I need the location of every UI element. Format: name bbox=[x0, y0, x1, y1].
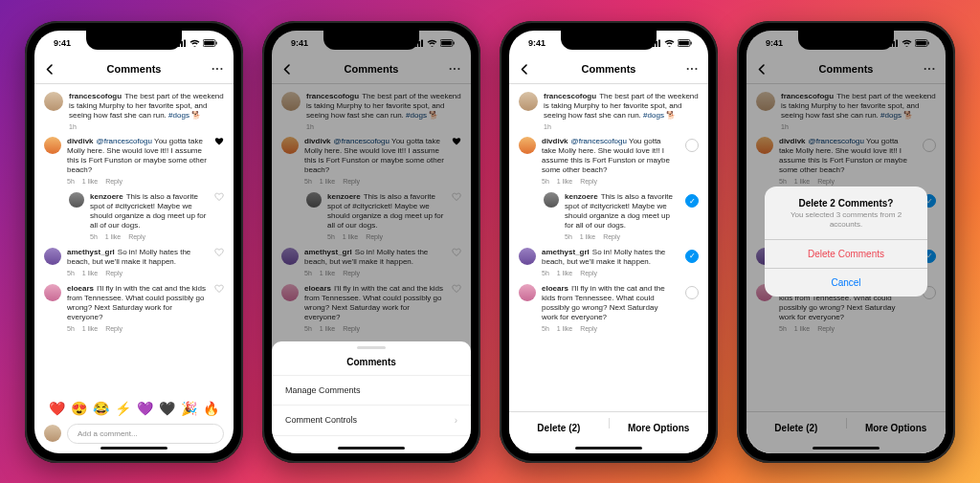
nav-title: Comments bbox=[582, 63, 636, 75]
select-checkbox[interactable]: ✓ bbox=[685, 194, 699, 208]
comment-username[interactable]: divdivk bbox=[67, 137, 94, 145]
select-checkbox[interactable] bbox=[685, 139, 699, 152]
like-icon[interactable] bbox=[214, 284, 224, 294]
avatar[interactable] bbox=[44, 137, 61, 154]
comment-mention[interactable]: @francescofogu bbox=[97, 137, 152, 145]
notch bbox=[798, 31, 894, 50]
chevron-left-icon bbox=[44, 63, 56, 75]
sheet-item-controls[interactable]: Comment Controls › bbox=[272, 406, 471, 436]
sheet-title: Comments bbox=[272, 349, 471, 376]
post-emoji: 🐕 bbox=[191, 111, 201, 120]
delete-button[interactable]: Delete (2) bbox=[509, 412, 609, 444]
status-time: 9:41 bbox=[54, 38, 71, 48]
emoji-option[interactable]: 💜 bbox=[137, 401, 153, 416]
sheet-item-manage[interactable]: Manage Comments bbox=[272, 376, 471, 406]
battery-icon bbox=[678, 39, 693, 47]
home-indicator[interactable] bbox=[100, 447, 167, 450]
nav-bar: Comments ··· bbox=[509, 55, 708, 84]
emoji-option[interactable]: ⚡ bbox=[115, 401, 131, 416]
select-checkbox[interactable]: ✓ bbox=[685, 250, 699, 263]
comment-username[interactable]: kenzoere bbox=[90, 192, 123, 201]
comments-feed[interactable]: francescofoguThe best part of the weeken… bbox=[34, 84, 234, 395]
delete-alert: Delete 2 Comments? You selected 3 commen… bbox=[765, 187, 927, 297]
phone-comments-view: 9:41 Comments ··· francescofoguThe best … bbox=[25, 21, 243, 463]
like-icon[interactable] bbox=[214, 137, 224, 146]
original-post: francescofoguThe best part of the weeken… bbox=[34, 88, 234, 134]
back-button[interactable] bbox=[44, 63, 56, 75]
comment-row[interactable]: amethyst_grlSo in! Molly hates the beach… bbox=[34, 244, 234, 280]
chevron-left-icon bbox=[519, 63, 530, 75]
home-indicator[interactable] bbox=[575, 447, 642, 450]
select-checkbox[interactable] bbox=[685, 286, 699, 299]
avatar[interactable] bbox=[44, 284, 61, 301]
nav-bar: Comments ··· bbox=[34, 55, 234, 84]
avatar[interactable] bbox=[44, 248, 61, 265]
comment-username[interactable]: amethyst_grl bbox=[67, 248, 115, 256]
emoji-option[interactable]: 🎉 bbox=[181, 401, 197, 416]
comment-row[interactable]: divdivk@francescofogu You gotta take Mol… bbox=[509, 133, 708, 188]
emoji-option[interactable]: 🔥 bbox=[203, 401, 219, 416]
comment-row[interactable]: amethyst_grlSo in! Molly hates the beach… bbox=[509, 244, 708, 280]
post-username[interactable]: francescofogu bbox=[69, 92, 122, 100]
comment-input[interactable]: Add a comment... bbox=[67, 424, 224, 444]
emoji-option[interactable]: 🖤 bbox=[159, 401, 175, 416]
wifi-icon bbox=[664, 39, 675, 47]
battery-icon bbox=[203, 39, 218, 47]
phone-delete-confirm: 9:41 Comments ··· francescofoguThe best … bbox=[737, 21, 955, 463]
comment-row[interactable]: kenzoereThis is also a favorite spot of … bbox=[34, 188, 234, 244]
home-indicator[interactable] bbox=[338, 447, 405, 450]
home-indicator[interactable] bbox=[813, 447, 880, 450]
alert-title: Delete 2 Comments? bbox=[765, 187, 927, 210]
post-time: 1h bbox=[69, 123, 77, 132]
comment-row[interactable]: eloearsI'll fly in with the cat and the … bbox=[509, 280, 708, 336]
more-button[interactable]: ··· bbox=[686, 62, 699, 76]
like-icon[interactable] bbox=[214, 192, 224, 202]
nav-title: Comments bbox=[107, 63, 162, 75]
phone-selection-mode: 9:41 Comments ··· francescofoguThe best … bbox=[500, 21, 718, 463]
wifi-icon bbox=[189, 39, 200, 47]
more-options-button[interactable]: More Options bbox=[609, 412, 708, 444]
notch bbox=[323, 31, 419, 50]
alert-cancel-button[interactable]: Cancel bbox=[765, 268, 927, 296]
avatar[interactable] bbox=[44, 92, 63, 111]
more-button[interactable]: ··· bbox=[212, 62, 224, 76]
emoji-option[interactable]: ❤️ bbox=[49, 401, 65, 416]
alert-delete-button[interactable]: Delete Comments bbox=[765, 239, 927, 268]
comment-row[interactable]: eloearsI'll fly in with the cat and the … bbox=[34, 280, 234, 336]
phone-action-sheet: 9:41 Comments ··· francescofoguThe best … bbox=[262, 21, 480, 463]
action-sheet: Comments Manage Comments Comment Control… bbox=[272, 341, 471, 453]
comments-feed[interactable]: francescofoguThe best part of the weeken… bbox=[509, 84, 708, 453]
chevron-right-icon: › bbox=[455, 415, 457, 426]
comment-row[interactable]: divdivk@francescofogu You gotta take Mol… bbox=[34, 133, 234, 188]
alert-message: You selected 3 comments from 2 accounts. bbox=[765, 210, 927, 240]
like-icon[interactable] bbox=[214, 248, 224, 257]
comment-row[interactable]: kenzoereThis is also a favorite spot of … bbox=[509, 188, 708, 244]
notch bbox=[86, 31, 182, 50]
avatar[interactable] bbox=[69, 192, 84, 208]
comment-username[interactable]: eloears bbox=[67, 284, 94, 293]
alert-backdrop[interactable]: Delete 2 Comments? You selected 3 commen… bbox=[746, 31, 946, 453]
post-hashtag[interactable]: #dogs bbox=[168, 111, 189, 120]
back-button[interactable] bbox=[519, 63, 530, 75]
emoji-option[interactable]: 😂 bbox=[93, 401, 109, 416]
emoji-quick-row: ❤️ 😍 😂 ⚡ 💜 🖤 🎉 🔥 bbox=[34, 395, 234, 420]
emoji-option[interactable]: 😍 bbox=[71, 401, 87, 416]
status-time: 9:41 bbox=[528, 38, 546, 48]
notch bbox=[561, 31, 657, 50]
avatar bbox=[44, 425, 61, 442]
